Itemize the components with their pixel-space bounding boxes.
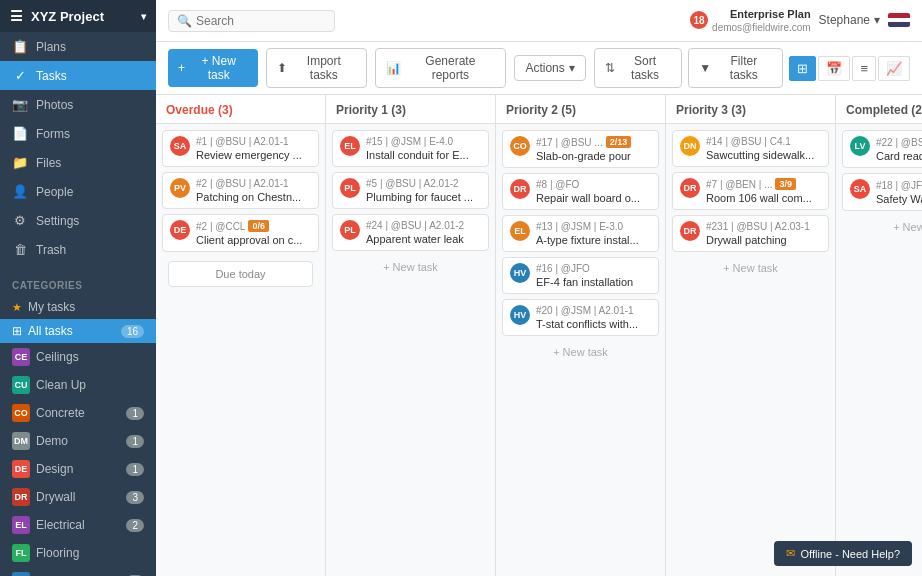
task-card[interactable]: HV #16 | @JFO EF-4 fan installation	[502, 257, 659, 294]
sidebar-item-hvac[interactable]: HV HVAC 2	[0, 567, 156, 576]
avatar: PV	[170, 178, 190, 198]
task-card[interactable]: SA #1 | @BSU | A2.01-1 Review emergency …	[162, 130, 319, 167]
sidebar-label-drywall: Drywall	[36, 490, 75, 504]
search-bar[interactable]: 🔍	[168, 10, 335, 32]
task-meta: #13 | @JSM | E-3.0	[536, 221, 639, 232]
import-tasks-button[interactable]: ⬆ Import tasks	[266, 48, 367, 88]
task-card[interactable]: DR #231 | @BSU | A2.03-1 Drywall patchin…	[672, 215, 829, 252]
hvac-avatar: HV	[12, 572, 30, 576]
sidebar-item-demo[interactable]: DM Demo 1	[0, 427, 156, 455]
new-task-inline-button[interactable]: + New task	[332, 256, 489, 278]
filter-tasks-label: Filter tasks	[715, 54, 772, 82]
avatar: EL	[340, 136, 360, 156]
toolbar: + + New task ⬆ Import tasks 📊 Generate r…	[156, 42, 922, 95]
task-card[interactable]: DR #8 | @FO Repair wall board o...	[502, 173, 659, 210]
sidebar-item-drywall[interactable]: DR Drywall 3	[0, 483, 156, 511]
actions-button[interactable]: Actions ▾	[514, 55, 585, 81]
new-task-inline-button[interactable]: + New task	[502, 341, 659, 363]
task-card[interactable]: EL #13 | @JSM | E-3.0 A-type fixture ins…	[502, 215, 659, 252]
hamburger-icon[interactable]: ☰	[10, 8, 23, 24]
new-task-inline-button[interactable]: + New task	[672, 257, 829, 279]
language-flag[interactable]	[888, 13, 910, 27]
sidebar-label-flooring: Flooring	[36, 546, 79, 560]
avatar: HV	[510, 305, 530, 325]
column-overdue: Overdue (3) SA #1 | @BSU | A2.01-1 Revie…	[156, 95, 326, 576]
avatar: HV	[510, 263, 530, 283]
sidebar-item-settings[interactable]: ⚙ Settings	[0, 206, 156, 235]
task-card[interactable]: SA #18 | @JFO ... 13/15 Safety Walk	[842, 173, 922, 211]
avatar: DR	[680, 221, 700, 241]
sidebar-item-concrete[interactable]: CO Concrete 1	[0, 399, 156, 427]
user-menu[interactable]: Stephane ▾	[819, 13, 880, 27]
filter-icon: ▼	[699, 61, 711, 75]
task-card[interactable]: LV #22 | @BSU | ... 7/7 Card reader inst…	[842, 130, 922, 168]
new-task-label: + New task	[189, 54, 248, 82]
sidebar-item-forms[interactable]: 📄 Forms	[0, 119, 156, 148]
task-card[interactable]: DR #7 | @BEN | ... 3/9 Room 106 wall com…	[672, 172, 829, 210]
sidebar-item-tasks[interactable]: ✓ Tasks	[0, 61, 156, 90]
notification-badge[interactable]: 18	[690, 11, 708, 29]
task-title: A-type fixture instal...	[536, 234, 639, 246]
task-card[interactable]: EL #15 | @JSM | E-4.0 Install conduit fo…	[332, 130, 489, 167]
board-view-button[interactable]: ⊞	[789, 56, 816, 81]
task-title: Drywall patching	[706, 234, 810, 246]
task-card[interactable]: PV #2 | @BSU | A2.01-1 Patching on Chest…	[162, 172, 319, 209]
sidebar-label-clean-up: Clean Up	[36, 378, 86, 392]
task-title: Card reader installa...	[876, 150, 922, 162]
toolbar-right: ⇅ Sort tasks ▼ Filter tasks ⊞ 📅 ≡ 📈	[594, 48, 910, 88]
avatar: PL	[340, 178, 360, 198]
filter-tasks-button[interactable]: ▼ Filter tasks	[688, 48, 783, 88]
task-card[interactable]: CO #17 | @BSU ... 2/13 Slab-on-grade pou…	[502, 130, 659, 168]
sidebar-item-plans[interactable]: 📋 Plans	[0, 32, 156, 61]
task-meta: #15 | @JSM | E-4.0	[366, 136, 469, 147]
avatar: LV	[850, 136, 870, 156]
sidebar-item-files[interactable]: 📁 Files	[0, 148, 156, 177]
search-input[interactable]	[196, 14, 326, 28]
categories-title: Categories	[0, 272, 156, 295]
sidebar-item-flooring[interactable]: FL Flooring	[0, 539, 156, 567]
task-card[interactable]: HV #20 | @JSM | A2.01-1 T-stat conflicts…	[502, 299, 659, 336]
sidebar-item-people[interactable]: 👤 People	[0, 177, 156, 206]
sidebar-item-clean-up[interactable]: CU Clean Up	[0, 371, 156, 399]
sidebar-item-ceilings[interactable]: CE Ceilings	[0, 343, 156, 371]
new-task-button[interactable]: + + New task	[168, 49, 258, 87]
task-card[interactable]: PL #5 | @BSU | A2.01-2 Plumbing for fauc…	[332, 172, 489, 209]
tasks-icon: ✓	[12, 68, 28, 83]
notification-area: 18 Enterprise Plan demos@fieldwire.com	[690, 7, 811, 34]
task-meta: #18 | @JFO ... 13/15	[876, 179, 922, 191]
sidebar-item-photos[interactable]: 📷 Photos	[0, 90, 156, 119]
task-meta: #16 | @JFO	[536, 263, 633, 274]
chart-view-button[interactable]: 📈	[878, 56, 910, 81]
sidebar-item-trash[interactable]: 🗑 Trash	[0, 235, 156, 264]
sidebar-item-design[interactable]: DE Design 1	[0, 455, 156, 483]
calendar-view-button[interactable]: 📅	[818, 56, 850, 81]
list-view-button[interactable]: ≡	[852, 56, 876, 81]
task-card[interactable]: DE #2 | @CCL 0/6 Client approval on c...	[162, 214, 319, 252]
sidebar-label-my-tasks: My tasks	[28, 300, 75, 314]
new-task-inline-button[interactable]: + New task	[842, 216, 922, 238]
generate-reports-button[interactable]: 📊 Generate reports	[375, 48, 506, 88]
chart-icon: 📊	[386, 61, 401, 75]
column-priority1: Priority 1 (3) EL #15 | @JSM | E-4.0 Ins…	[326, 95, 496, 576]
sidebar-header[interactable]: ☰ XYZ Project ▾	[0, 0, 156, 32]
plan-email: demos@fieldwire.com	[712, 21, 811, 34]
task-card[interactable]: PL #24 | @BSU | A2.01-2 Apparent water l…	[332, 214, 489, 251]
design-badge: 1	[126, 463, 144, 476]
sort-tasks-button[interactable]: ⇅ Sort tasks	[594, 48, 683, 88]
column-header-priority2: Priority 2 (5)	[496, 95, 665, 124]
actions-label: Actions	[525, 61, 564, 75]
task-title: Sawcutting sidewalk...	[706, 149, 814, 161]
avatar: DR	[680, 178, 700, 198]
sidebar-item-my-tasks[interactable]: ★ My tasks	[0, 295, 156, 319]
sidebar-item-all-tasks[interactable]: ⊞ All tasks 16	[0, 319, 156, 343]
upload-icon: ⬆	[277, 61, 287, 75]
column-body-priority3: DN #14 | @BSU | C4.1 Sawcutting sidewalk…	[666, 124, 835, 576]
task-card[interactable]: DN #14 | @BSU | C4.1 Sawcutting sidewalk…	[672, 130, 829, 167]
user-name: Stephane	[819, 13, 870, 27]
concrete-avatar: CO	[12, 404, 30, 422]
task-meta: #20 | @JSM | A2.01-1	[536, 305, 638, 316]
sidebar-item-electrical[interactable]: EL Electrical 2	[0, 511, 156, 539]
offline-help-bar[interactable]: ✉ Offline - Need Help?	[774, 541, 912, 566]
sidebar-label-people: People	[36, 185, 73, 199]
files-icon: 📁	[12, 155, 28, 170]
